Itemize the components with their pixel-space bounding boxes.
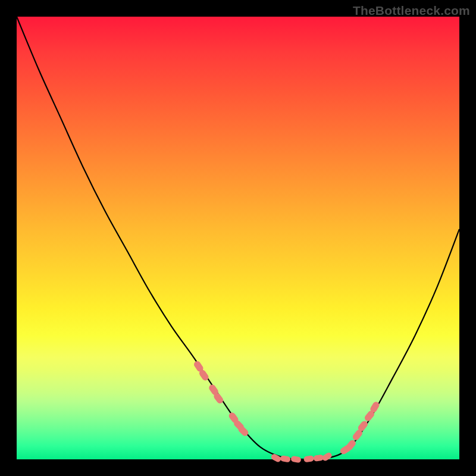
chart-frame: TheBottleneck.com (0, 0, 476, 476)
data-bead (280, 455, 290, 463)
plot-area (17, 17, 459, 459)
curve-layer (17, 17, 459, 459)
data-bead (290, 456, 301, 464)
data-bead (321, 452, 333, 462)
bottleneck-curve (17, 17, 459, 460)
data-bead (303, 455, 314, 462)
beads-group (193, 360, 381, 464)
watermark-text: TheBottleneck.com (353, 4, 470, 18)
